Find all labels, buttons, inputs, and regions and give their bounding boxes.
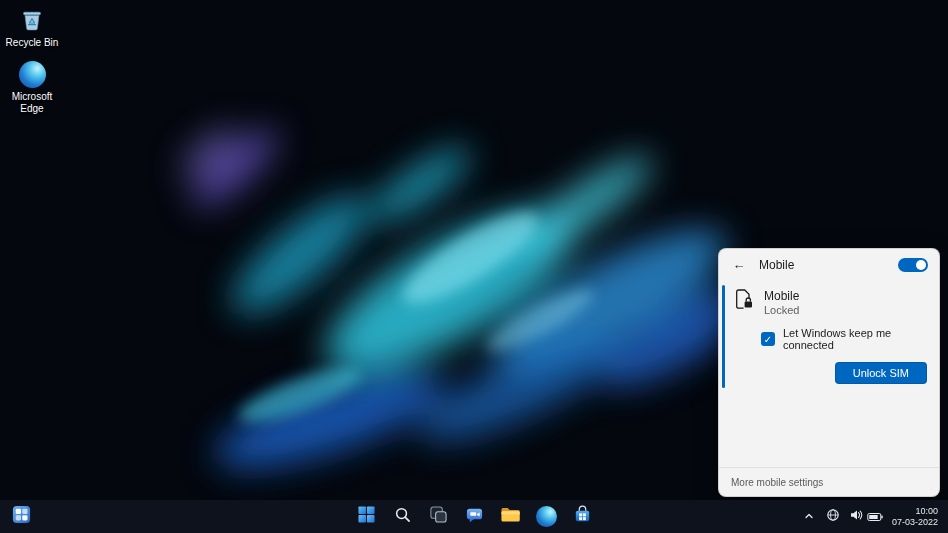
chevron-up-icon xyxy=(803,508,815,526)
tray-date: 07-03-2022 xyxy=(892,517,938,528)
system-tray: 10:00 07-03-2022 xyxy=(801,500,944,533)
flyout-header: ← Mobile xyxy=(719,249,939,281)
chat-button[interactable] xyxy=(461,504,487,530)
sim-item[interactable]: Mobile Locked ✓ Let Windows keep me conn… xyxy=(719,281,939,390)
volume-icon xyxy=(849,508,863,526)
keep-connected-row: ✓ Let Windows keep me connected xyxy=(719,318,939,351)
sim-lock-icon xyxy=(734,288,754,314)
edge-icon xyxy=(19,60,46,88)
tray-chevron-button[interactable] xyxy=(801,506,817,528)
back-arrow-icon: ← xyxy=(733,256,746,274)
keep-connected-checkbox[interactable]: ✓ xyxy=(761,332,775,346)
desktop-icon-label: Microsoft Edge xyxy=(0,91,64,114)
network-button[interactable] xyxy=(824,506,842,528)
selection-indicator xyxy=(722,285,725,388)
taskbar-left xyxy=(8,500,34,533)
file-explorer-button[interactable] xyxy=(497,504,523,530)
desktop: Recycle Bin Microsoft Edge ← Mobile xyxy=(0,0,948,533)
desktop-icon-microsoft-edge[interactable]: Microsoft Edge xyxy=(0,60,64,114)
taskbar-clock[interactable]: 10:00 07-03-2022 xyxy=(890,506,944,528)
windows-logo-icon xyxy=(358,506,375,527)
keep-connected-label: Let Windows keep me connected xyxy=(783,327,927,351)
task-view-button[interactable] xyxy=(425,504,451,530)
store-button[interactable] xyxy=(569,504,595,530)
flyout-footer: More mobile settings xyxy=(719,467,939,496)
search-icon xyxy=(394,506,411,527)
widgets-button[interactable] xyxy=(8,504,34,530)
widgets-icon xyxy=(11,504,32,529)
battery-icon xyxy=(867,508,883,526)
desktop-icon-recycle-bin[interactable]: Recycle Bin xyxy=(0,6,64,49)
unlock-sim-button[interactable]: Unlock SIM xyxy=(835,362,927,384)
search-button[interactable] xyxy=(389,504,415,530)
chat-icon xyxy=(465,505,484,528)
task-view-icon xyxy=(429,505,448,528)
taskbar: 10:00 07-03-2022 xyxy=(0,500,948,533)
check-icon: ✓ xyxy=(764,334,772,345)
taskbar-center xyxy=(353,500,595,533)
edge-button[interactable] xyxy=(533,504,559,530)
file-explorer-icon xyxy=(500,506,521,528)
back-button[interactable]: ← xyxy=(730,256,748,274)
start-button[interactable] xyxy=(353,504,379,530)
desktop-icon-label: Recycle Bin xyxy=(6,37,59,49)
network-globe-icon xyxy=(826,508,840,526)
sim-texts: Mobile Locked xyxy=(764,288,799,316)
tray-time: 10:00 xyxy=(892,506,938,517)
toggle-knob xyxy=(916,260,926,270)
flyout-title: Mobile xyxy=(759,258,794,272)
store-icon xyxy=(573,505,592,528)
sim-item-status: Locked xyxy=(764,304,799,316)
more-mobile-settings-link[interactable]: More mobile settings xyxy=(731,477,823,488)
sim-row: Mobile Locked xyxy=(719,283,939,318)
recycle-bin-icon xyxy=(19,6,45,34)
volume-battery-group[interactable] xyxy=(849,508,883,526)
mobile-toggle[interactable] xyxy=(898,258,928,272)
flyout-spacer xyxy=(719,390,939,467)
sim-item-title: Mobile xyxy=(764,289,799,303)
edge-icon xyxy=(536,506,557,527)
button-row: Unlock SIM xyxy=(719,351,939,390)
mobile-flyout: ← Mobile Mobile Lo xyxy=(718,248,940,497)
